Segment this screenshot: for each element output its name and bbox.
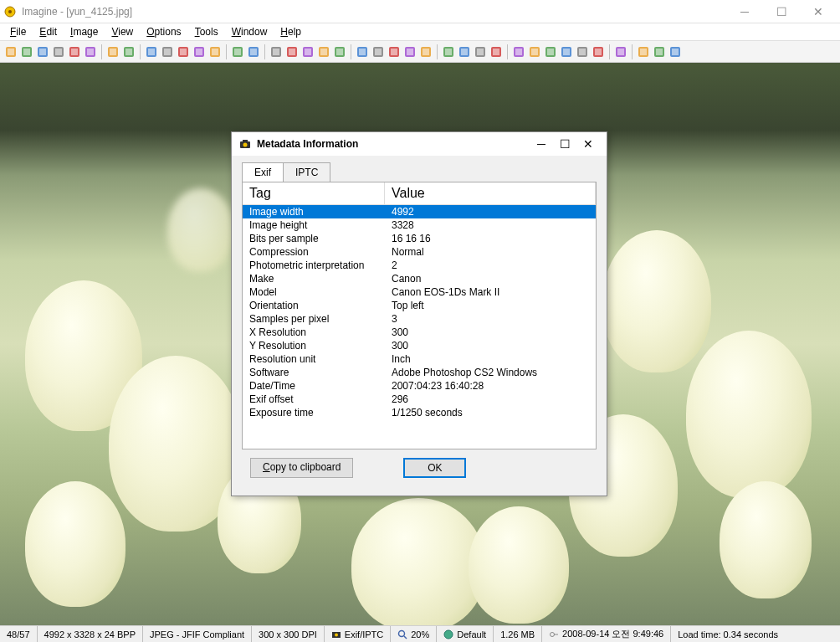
export-icon[interactable] [246,44,261,59]
table-row[interactable]: Image height3328 [243,218,596,232]
rgb-icon[interactable] [300,44,315,59]
dialog-maximize-button[interactable]: ☐ [553,134,576,154]
zoom-in-icon[interactable] [441,44,456,59]
cell-value: 3328 [385,219,596,231]
line-icon[interactable] [418,44,433,59]
import-icon[interactable] [269,44,284,59]
zoom-actual-icon[interactable] [489,44,504,59]
crop-icon[interactable] [371,44,386,59]
svg-rect-5 [23,49,30,55]
cell-value: 4992 [385,206,596,218]
wallpaper-icon[interactable] [559,44,574,59]
menu-tools[interactable]: Tools [188,24,225,39]
screenshot-icon[interactable] [652,44,667,59]
dialog-titlebar[interactable]: Metadata Information ─ ☐ ✕ [232,132,607,156]
fullscreen-icon[interactable] [511,44,526,59]
picture-icon[interactable] [230,44,245,59]
camera-icon[interactable] [207,44,223,59]
table-row[interactable]: Date/Time2007:04:23 16:40:28 [243,379,596,393]
rotate-icon[interactable] [402,44,417,59]
table-row[interactable]: Exposure time1/1250 seconds [243,406,596,419]
table-row[interactable]: OrientationTop left [243,299,596,312]
menu-help[interactable]: Help [274,24,308,39]
svg-rect-51 [423,49,429,55]
maximize-button[interactable]: ☐ [763,0,800,23]
table-row[interactable]: CompressionNormal [243,245,596,259]
copy-icon[interactable] [35,44,50,59]
toolbar-separator [632,44,633,59]
table-row[interactable]: Samples per pixel3 [243,312,596,326]
ok-button[interactable]: OK [403,458,466,478]
table-row[interactable]: MakeCanon [243,272,596,285]
zoom-fit-icon[interactable] [473,44,488,59]
plugin-icon[interactable] [613,44,628,59]
metadata-table-panel: Tag Value Image width4992Image height332… [242,182,597,449]
levels-icon[interactable] [355,44,370,59]
copy2-icon[interactable] [121,44,136,59]
info-icon[interactable] [192,44,207,59]
print-icon[interactable] [51,44,66,59]
edit-icon[interactable] [575,44,590,59]
colorize-icon[interactable] [332,44,347,59]
menu-window[interactable]: Window [225,24,274,39]
svg-rect-41 [336,49,343,55]
svg-rect-27 [212,49,218,55]
menu-edit[interactable]: Edit [33,24,64,39]
menu-image[interactable]: Image [64,24,105,39]
thumbnail-icon[interactable] [527,44,542,59]
tab-exif[interactable]: Exif [242,162,284,182]
dialog-close-button[interactable]: ✕ [576,134,600,154]
folder-open-icon[interactable] [3,44,18,59]
table-row[interactable]: Photometric interpretation2 [243,259,596,272]
grayscale-icon[interactable] [284,44,300,59]
folder-nav-icon[interactable] [19,44,34,59]
copy-clipboard-button[interactable]: Copy to clipboard [250,458,353,478]
prev-icon[interactable] [67,44,82,59]
redo-icon[interactable] [176,44,191,59]
magnifier-icon [397,629,407,639]
cell-tag: Y Resolution [243,340,385,352]
svg-rect-65 [547,49,554,55]
resize-icon[interactable] [387,44,402,59]
table-row[interactable]: SoftwareAdobe Photoshop CS2 Windows [243,366,596,379]
cell-tag: Compression [243,246,385,258]
tab-iptc[interactable]: IPTC [283,162,330,182]
camera-icon [331,629,341,639]
svg-point-82 [243,143,248,147]
help-icon[interactable] [668,44,683,59]
table-rows[interactable]: Image width4992Image height3328Bits per … [243,205,596,448]
cut-icon[interactable] [105,44,120,59]
svg-rect-7 [39,49,46,55]
table-row[interactable]: ModelCanon EOS-1Ds Mark II [243,285,596,299]
table-row[interactable]: Bits per sample16 16 16 [243,232,596,245]
close-button[interactable]: ✕ [800,0,837,23]
dialog-minimize-button[interactable]: ─ [530,134,553,154]
blank-icon[interactable] [543,44,558,59]
toolbar-separator [609,44,610,59]
table-row[interactable]: Y Resolution300 [243,339,596,352]
table-row[interactable]: Exif offset296 [243,393,596,406]
key-icon [549,629,559,639]
zoom-out-icon[interactable] [457,44,472,59]
menu-options[interactable]: Options [140,24,187,39]
play-icon[interactable] [83,44,98,59]
column-value[interactable]: Value [385,182,596,204]
status-dpi: 300 x 300 DPI [252,626,325,642]
table-row[interactable]: Resolution unitInch [243,352,596,366]
table-row[interactable]: Image width4992 [243,205,596,218]
paste-icon[interactable] [144,44,159,59]
minimize-button[interactable]: ─ [726,0,763,23]
undo-icon[interactable] [160,44,175,59]
column-tag[interactable]: Tag [243,182,385,204]
table-row[interactable]: X Resolution300 [243,326,596,339]
batch-icon[interactable] [636,44,651,59]
svg-point-84 [335,633,338,636]
menu-file[interactable]: File [3,24,33,39]
toolbar-separator [140,44,141,59]
settings-icon[interactable] [591,44,606,59]
palette-icon[interactable] [316,44,331,59]
status-exif: Exif/IPTC [325,626,391,642]
menu-view[interactable]: View [105,24,140,39]
svg-rect-29 [234,49,241,55]
cell-value: 300 [385,340,596,352]
